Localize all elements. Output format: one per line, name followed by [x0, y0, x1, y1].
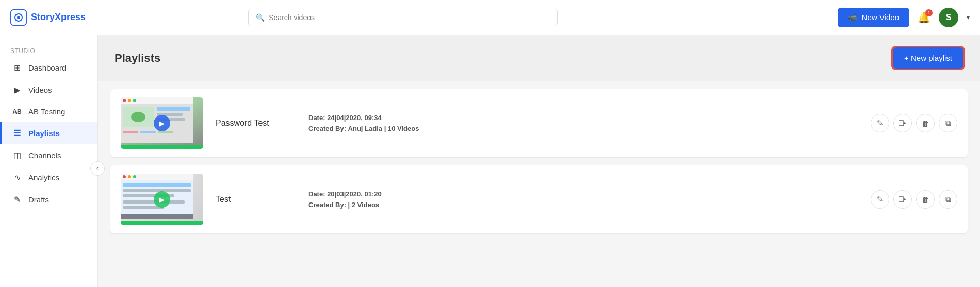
- svg-rect-27: [121, 214, 193, 219]
- playlist-created-by: Created By: | 2 Videos: [308, 201, 871, 209]
- delete-playlist-button[interactable]: 🗑: [916, 190, 935, 209]
- playlist-thumbnail: ▶: [121, 97, 203, 149]
- search-bar[interactable]: 🔍: [248, 9, 558, 26]
- playlist-date: Date: 20|03|2020, 01:20: [308, 190, 871, 198]
- created-value: | 2 Videos: [348, 201, 379, 209]
- sidebar-item-label: AB Testing: [28, 107, 65, 116]
- search-input[interactable]: [269, 13, 550, 22]
- list-item: ▶ Test Date: 20|03|2020, 01:20 Created B…: [110, 165, 968, 233]
- created-label: Created By:: [308, 125, 346, 132]
- sidebar-item-label: Videos: [28, 86, 52, 94]
- date-value: 24|04|2020, 09:34: [327, 114, 382, 122]
- list-item: ▶ Password Test Date: 24|04|2020, 09:34 …: [110, 89, 968, 157]
- sidebar-item-label: Analytics: [28, 173, 59, 182]
- svg-rect-4: [123, 99, 126, 102]
- playlist-actions: ✎ 🗑 ⧉: [871, 190, 957, 209]
- playlist-actions: ✎ 🗑 ⧉: [871, 114, 957, 132]
- sidebar-item-drafts[interactable]: ✎ Drafts: [0, 189, 97, 211]
- sidebar-item-label: Dashboard: [28, 63, 66, 72]
- svg-rect-6: [133, 99, 136, 102]
- sidebar-item-label: Drafts: [28, 195, 49, 204]
- svg-rect-21: [133, 175, 136, 178]
- created-label: Created By:: [308, 201, 346, 209]
- svg-rect-20: [128, 175, 131, 178]
- sidebar: Studio ⊞ Dashboard ▶ Videos AB AB Testin…: [0, 35, 98, 287]
- logo-text: StoryXpress: [31, 12, 86, 23]
- playlist-name: Test: [216, 195, 298, 204]
- sidebar-item-dashboard[interactable]: ⊞ Dashboard: [0, 57, 97, 79]
- chevron-down-icon[interactable]: ▾: [967, 14, 970, 21]
- playlist-thumbnail: ▶: [121, 174, 203, 225]
- avatar[interactable]: S: [939, 8, 958, 27]
- svg-rect-15: [899, 121, 904, 126]
- svg-rect-23: [123, 189, 191, 192]
- svg-rect-9: [157, 107, 190, 111]
- new-playlist-button[interactable]: + New playlist: [893, 47, 963, 69]
- date-value: 20|03|2020, 01:20: [327, 190, 382, 198]
- sidebar-item-ab-testing[interactable]: AB AB Testing: [0, 101, 97, 122]
- search-icon: 🔍: [256, 13, 265, 22]
- new-video-button[interactable]: 📹 New Video: [838, 8, 909, 27]
- add-video-to-playlist-button[interactable]: [893, 190, 912, 209]
- svg-rect-5: [128, 99, 131, 102]
- svg-rect-28: [899, 197, 904, 202]
- edit-playlist-button[interactable]: ✎: [871, 190, 889, 209]
- svg-marker-29: [904, 198, 906, 201]
- app-header: StoryXpress 🔍 📹 New Video 🔔 1 S ▾: [0, 0, 980, 35]
- playlists-container: ▶ Password Test Date: 24|04|2020, 09:34 …: [98, 81, 980, 250]
- logo-area: StoryXpress: [10, 9, 108, 26]
- copy-playlist-button[interactable]: ⧉: [939, 190, 957, 209]
- sidebar-collapse-button[interactable]: ‹: [90, 161, 105, 176]
- playlist-created-by: Created By: Anuj Ladia | 10 Videos: [308, 125, 871, 132]
- date-label: Date:: [308, 114, 325, 122]
- svg-rect-19: [123, 175, 126, 178]
- svg-point-8: [131, 112, 145, 122]
- video-camera-icon: 📹: [848, 13, 858, 22]
- sidebar-item-channels[interactable]: ◫ Channels: [0, 144, 97, 166]
- sidebar-item-label: Channels: [28, 151, 61, 160]
- svg-rect-18: [121, 174, 193, 180]
- sidebar-item-analytics[interactable]: ∿ Analytics: [0, 166, 97, 189]
- add-video-to-playlist-button[interactable]: [893, 114, 912, 132]
- svg-rect-13: [140, 131, 156, 133]
- playlists-icon: ☰: [12, 128, 22, 138]
- analytics-icon: ∿: [12, 173, 22, 182]
- ab-testing-icon: AB: [12, 108, 22, 115]
- page-title: Playlists: [115, 52, 160, 65]
- edit-playlist-button[interactable]: ✎: [871, 114, 889, 132]
- copy-playlist-button[interactable]: ⧉: [939, 114, 957, 132]
- playlist-meta: Date: 20|03|2020, 01:20 Created By: | 2 …: [298, 190, 871, 209]
- svg-point-1: [17, 16, 20, 19]
- notification-bell[interactable]: 🔔 1: [918, 11, 930, 24]
- sidebar-section-label: Studio: [0, 43, 97, 57]
- main-layout: Studio ⊞ Dashboard ▶ Videos AB AB Testin…: [0, 35, 980, 287]
- playlist-meta: Date: 24|04|2020, 09:34 Created By: Anuj…: [298, 114, 871, 132]
- svg-rect-3: [121, 97, 193, 104]
- svg-rect-22: [123, 183, 191, 187]
- sidebar-item-label: Playlists: [28, 129, 60, 138]
- drafts-icon: ✎: [12, 195, 22, 205]
- new-video-label: New Video: [862, 13, 899, 22]
- sidebar-item-videos[interactable]: ▶ Videos: [0, 79, 97, 101]
- svg-marker-16: [904, 122, 906, 125]
- header-right: 📹 New Video 🔔 1 S ▾: [838, 8, 970, 27]
- playlist-date: Date: 24|04|2020, 09:34: [308, 114, 871, 122]
- channels-icon: ◫: [12, 150, 22, 160]
- created-value: Anuj Ladia | 10 Videos: [348, 125, 419, 132]
- delete-playlist-button[interactable]: 🗑: [916, 114, 935, 132]
- dashboard-icon: ⊞: [12, 63, 22, 73]
- logo-icon: [10, 9, 27, 26]
- playlist-name: Password Test: [216, 119, 298, 128]
- notification-badge: 1: [925, 9, 933, 16]
- svg-rect-12: [123, 131, 138, 133]
- date-label: Date:: [308, 190, 325, 198]
- videos-icon: ▶: [12, 85, 22, 95]
- page-header: Playlists + New playlist: [98, 35, 980, 81]
- main-content: Playlists + New playlist: [98, 35, 980, 287]
- sidebar-item-playlists[interactable]: ☰ Playlists: [0, 122, 97, 144]
